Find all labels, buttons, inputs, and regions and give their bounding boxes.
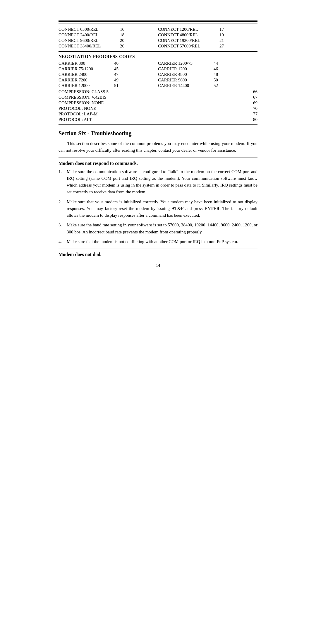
code-label: CARRIER 12000 xyxy=(59,83,111,88)
table-row: PROTOCOL: ALT 80 xyxy=(59,117,257,122)
page-content: CONNECT 0300/REL 16 CONNECT 1200/REL 17 … xyxy=(59,12,257,632)
left-col: CARRIER 12000 51 xyxy=(59,83,158,88)
table-row: CARRIER 75/1200 45 CARRIER 1200 46 xyxy=(59,66,257,71)
list-item-text: Make sure the communication software is … xyxy=(67,168,257,196)
code-label: CARRIER 1200 xyxy=(158,66,211,71)
right-col: CARRIER 4800 48 xyxy=(158,72,257,77)
code-label: PROTOCOL: NONE xyxy=(59,106,96,111)
section-six-rule-top xyxy=(59,124,257,125)
code-num: 66 xyxy=(253,89,257,94)
code-num: 49 xyxy=(114,78,118,83)
code-label: CONNECT 1200/REL xyxy=(158,27,217,32)
right-col: CONNECT 4800/REL 19 xyxy=(158,33,257,37)
modem-no-respond-list: 1. Make sure the communication software … xyxy=(59,168,257,245)
modem-no-respond-rule xyxy=(59,158,257,158)
code-num: 17 xyxy=(219,27,224,32)
code-num: 47 xyxy=(114,72,118,77)
code-num: 77 xyxy=(253,112,257,117)
code-label: CARRIER 14400 xyxy=(158,83,211,88)
code-num: 51 xyxy=(114,83,118,88)
list-item-num: 1. xyxy=(59,168,67,175)
code-label: CARRIER 75/1200 xyxy=(59,66,111,71)
code-label: CARRIER 1200/75 xyxy=(158,61,211,66)
right-col: CARRIER 14400 52 xyxy=(158,83,257,88)
code-label: CARRIER 4800 xyxy=(158,72,211,77)
left-col: CONNECT 38400/REL 26 xyxy=(59,44,158,49)
code-num: 46 xyxy=(214,66,218,71)
section-six-title: Section Six - Troubleshooting xyxy=(59,130,257,137)
enter-bold: ENTER xyxy=(205,206,220,211)
code-label: CONNECT 9600/REL xyxy=(59,38,117,43)
code-label: CONNECT 19200/REL xyxy=(158,38,217,43)
left-col: CONNECT 2400/REL 18 xyxy=(59,33,158,37)
top-rule xyxy=(59,21,257,22)
modem-no-respond-title: Modem does not respond to commands. xyxy=(59,161,257,166)
code-num: 16 xyxy=(120,27,124,32)
code-num: 80 xyxy=(253,117,257,122)
atf-bold: AT&F xyxy=(171,206,183,211)
table-row: PROTOCOL: NONE 70 xyxy=(59,106,257,111)
code-num: 44 xyxy=(214,61,218,66)
left-col: CONNECT 9600/REL 20 xyxy=(59,38,158,43)
code-num: 70 xyxy=(253,106,257,111)
table-row: CONNECT 2400/REL 18 CONNECT 4800/REL 19 xyxy=(59,33,257,37)
code-label: COMPRESSION: NONE xyxy=(59,100,104,105)
code-label: COMPRESSION: CLASS 5 xyxy=(59,89,109,94)
code-num: 67 xyxy=(253,95,257,100)
code-num: 48 xyxy=(214,72,218,77)
code-num: 27 xyxy=(219,44,224,49)
negotiation-rule-top xyxy=(59,51,257,52)
code-num: 45 xyxy=(114,66,118,71)
negotiation-header: NEGOTIATION PROGRESS CODES xyxy=(59,54,257,59)
code-label: CONNECT 2400/REL xyxy=(59,33,117,37)
code-label: CARRIER 9600 xyxy=(158,78,211,83)
right-col: CARRIER 1200/75 44 xyxy=(158,61,257,66)
right-col: CARRIER 9600 50 xyxy=(158,78,257,83)
code-num: 21 xyxy=(219,38,224,43)
table-row: CONNECT 38400/REL 26 CONNECT 57600/REL 2… xyxy=(59,44,257,49)
code-label: CONNECT 57600/REL xyxy=(158,44,217,49)
list-item-num: 2. xyxy=(59,199,67,205)
code-num: 19 xyxy=(219,33,224,37)
code-label: CONNECT 38400/REL xyxy=(59,44,117,49)
code-num: 40 xyxy=(114,61,118,66)
table-row: COMPRESSION: V.42BIS 67 xyxy=(59,95,257,100)
code-label: CONNECT 4800/REL xyxy=(158,33,217,37)
code-label: CARRIER 300 xyxy=(59,61,111,66)
table-row: CONNECT 0300/REL 16 CONNECT 1200/REL 17 xyxy=(59,27,257,32)
modem-no-dial-rule xyxy=(59,249,257,249)
code-label: COMPRESSION: V.42BIS xyxy=(59,95,107,100)
list-item-text: Make sure the baud rate setting in your … xyxy=(67,222,257,235)
single-col-table: COMPRESSION: CLASS 5 66 COMPRESSION: V.4… xyxy=(59,89,257,122)
list-item-num: 4. xyxy=(59,238,67,245)
table-row: COMPRESSION: NONE 69 xyxy=(59,100,257,105)
right-col: CONNECT 19200/REL 21 xyxy=(158,38,257,43)
right-col: CARRIER 1200 46 xyxy=(158,66,257,71)
list-item-num: 3. xyxy=(59,222,67,228)
connect-codes-table: CONNECT 0300/REL 16 CONNECT 1200/REL 17 … xyxy=(59,27,257,49)
carrier-codes-table: CARRIER 300 40 CARRIER 1200/75 44 CARRIE… xyxy=(59,61,257,88)
code-label: CARRIER 2400 xyxy=(59,72,111,77)
code-label: CARRIER 7200 xyxy=(59,78,111,83)
left-col: CARRIER 2400 47 xyxy=(59,72,158,77)
top-rule-bottom xyxy=(59,23,257,23)
code-label: PROTOCOL: ALT xyxy=(59,117,92,122)
table-row: CARRIER 300 40 CARRIER 1200/75 44 xyxy=(59,61,257,66)
table-row: CONNECT 9600/REL 20 CONNECT 19200/REL 21 xyxy=(59,38,257,43)
left-col: CARRIER 7200 49 xyxy=(59,78,158,83)
modem-no-dial-title: Modem does not dial. xyxy=(59,252,257,257)
list-item: 4. Make sure that the modem is not confl… xyxy=(59,238,257,245)
left-col: CARRIER 300 40 xyxy=(59,61,158,66)
left-col: CONNECT 0300/REL 16 xyxy=(59,27,158,32)
table-row: PROTOCOL: LAP-M 77 xyxy=(59,112,257,117)
right-col: CONNECT 1200/REL 17 xyxy=(158,27,257,32)
list-item: 2. Make sure that your modem is initiali… xyxy=(59,199,257,219)
list-item-text: Make sure that your modem is initialized… xyxy=(67,199,257,219)
code-num: 50 xyxy=(214,78,218,83)
code-label: PROTOCOL: LAP-M xyxy=(59,112,98,117)
page-number: 14 xyxy=(59,263,257,268)
left-col: CARRIER 75/1200 45 xyxy=(59,66,158,71)
right-col: CONNECT 57600/REL 27 xyxy=(158,44,257,49)
list-item-text: Make sure that the modem is not conflict… xyxy=(67,238,257,245)
code-num: 20 xyxy=(120,38,124,43)
